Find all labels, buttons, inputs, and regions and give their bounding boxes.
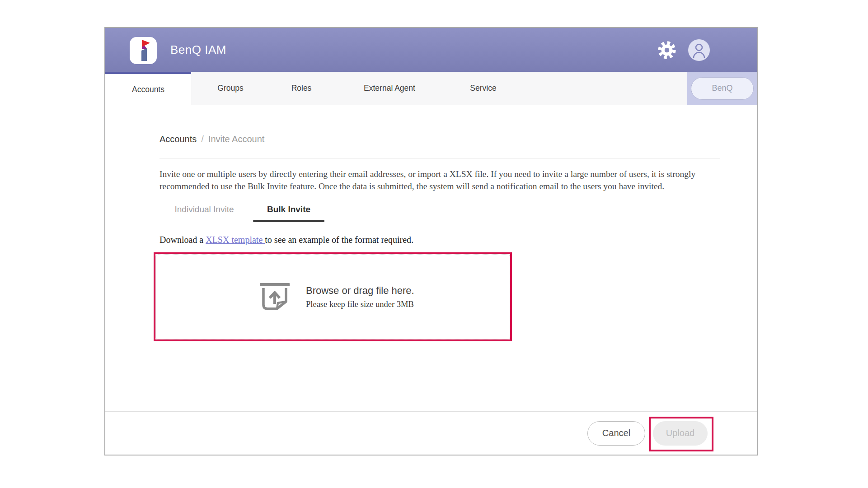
breadcrumb-divider: [160, 158, 720, 158]
intro-text: Invite one or multiple users by directly…: [160, 168, 719, 192]
file-dropzone[interactable]: Browse or drag file here. Please keep fi…: [155, 254, 510, 339]
breadcrumb-accounts[interactable]: Accounts: [160, 134, 197, 144]
app-title: BenQ IAM: [170, 43, 226, 57]
cancel-button[interactable]: Cancel: [587, 421, 645, 446]
tab-individual-invite[interactable]: Individual Invite: [160, 198, 249, 221]
app-window: BenQ IAM Accounts Groups Roles External …: [104, 27, 758, 455]
avatar-icon[interactable]: [688, 39, 710, 61]
dropzone-highlight-box: Browse or drag file here. Please keep fi…: [154, 252, 512, 341]
tab-bulk-invite-label: Bulk Invite: [267, 204, 310, 214]
download-suffix: to see an example of the format required…: [265, 235, 413, 245]
template-download-line: Download a XLSX template to see an examp…: [160, 235, 720, 245]
dropzone-title: Browse or drag file here.: [306, 285, 414, 297]
logo-i-mark: [130, 37, 157, 64]
upload-button[interactable]: Upload: [653, 421, 708, 446]
breadcrumb: Accounts / Invite Account: [160, 134, 720, 144]
xlsx-template-link[interactable]: XLSX template: [206, 235, 265, 245]
invite-mode-tabs: Individual Invite Bulk Invite: [160, 198, 720, 221]
main-nav: Accounts Groups Roles External Agent Ser…: [105, 72, 757, 105]
action-footer: Cancel Upload: [105, 411, 757, 455]
nav-filler: [521, 72, 687, 105]
dropzone-size-hint: Please keep file size under 3MB: [306, 300, 414, 309]
header-actions: [657, 28, 710, 72]
tab-roles[interactable]: Roles: [270, 72, 333, 105]
app-header: BenQ IAM: [105, 28, 757, 72]
active-tab-underline: [253, 220, 324, 222]
tab-service[interactable]: Service: [446, 72, 521, 105]
org-section: BenQ: [687, 72, 757, 105]
tab-external-agent[interactable]: External Agent: [333, 72, 446, 105]
upload-button-wrap: Upload: [653, 421, 708, 446]
file-upload-icon: [258, 281, 291, 313]
dropzone-text: Browse or drag file here. Please keep fi…: [306, 285, 414, 309]
tab-bulk-invite[interactable]: Bulk Invite: [253, 198, 324, 221]
breadcrumb-invite-account: Invite Account: [208, 134, 265, 144]
gear-icon[interactable]: [657, 40, 677, 60]
page-content: Accounts / Invite Account Invite one or …: [105, 105, 757, 411]
breadcrumb-separator: /: [201, 134, 204, 144]
benq-iam-logo: [130, 37, 157, 64]
download-prefix: Download a: [160, 235, 206, 245]
org-benq-button[interactable]: BenQ: [691, 77, 754, 100]
tab-accounts[interactable]: Accounts: [105, 72, 191, 105]
tab-groups[interactable]: Groups: [191, 72, 270, 105]
